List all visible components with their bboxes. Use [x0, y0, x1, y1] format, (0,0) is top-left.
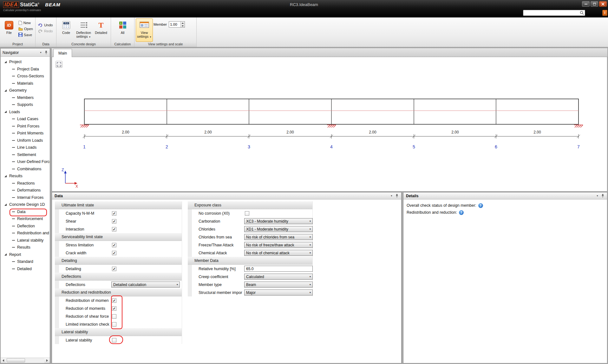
no-corrosion-checkbox[interactable] — [245, 211, 249, 216]
nav-item-lateral-stability[interactable]: Lateral stability — [1, 237, 50, 244]
nav-item-combinations[interactable]: Combinations — [1, 166, 50, 173]
nav-item-internal-forces[interactable]: Internal Forces — [1, 194, 50, 201]
svg-text:2.00: 2.00 — [204, 130, 212, 134]
beam-outline — [84, 99, 579, 124]
help-icon[interactable]: ? — [478, 203, 483, 208]
nav-group-report[interactable]: Report — [1, 251, 50, 258]
capacity-nmm-checkbox[interactable]: ✓ — [112, 211, 116, 216]
nav-group-geometry[interactable]: Geometry — [1, 87, 50, 94]
caret-down-icon[interactable]: ▼ — [596, 195, 598, 197]
nav-item-standard[interactable]: Standard — [1, 258, 50, 265]
limited-interaction-check-checkbox[interactable] — [112, 322, 116, 327]
save-button[interactable]: Save — [17, 32, 34, 37]
nav-item-data[interactable]: Data — [1, 208, 50, 216]
member-scale-spinner[interactable] — [169, 21, 185, 28]
pin-icon[interactable] — [601, 194, 605, 198]
new-button[interactable]: New — [17, 20, 34, 25]
nav-item-point-forces[interactable]: Point Forces — [1, 123, 50, 130]
minimize-button[interactable] — [582, 1, 590, 7]
zoom-fit-button[interactable] — [56, 61, 62, 68]
file-button[interactable]: ID File — [1, 18, 17, 42]
reduction-of-moments-checkbox[interactable]: ✓ — [112, 306, 116, 311]
nav-item-results[interactable]: Results — [1, 244, 50, 251]
nav-group-loads[interactable]: Loads — [1, 108, 50, 116]
calculate-all-button[interactable]: All — [114, 18, 131, 42]
nav-item-project-data[interactable]: Project Data — [1, 66, 50, 73]
shear-checkbox[interactable]: ✓ — [112, 219, 116, 224]
help-icon[interactable]: ? — [459, 210, 464, 215]
navigator-horizontal-scrollbar[interactable] — [1, 358, 50, 363]
structural-member-importance-dropdown[interactable]: Major ▼ — [244, 289, 313, 296]
caret-down-icon: ▼ — [89, 36, 91, 38]
caret-down-icon[interactable]: ▼ — [390, 195, 393, 197]
chemical-attack-dropdown[interactable]: No risk of chemical attack ▼ — [244, 250, 313, 256]
relative-humidity-input[interactable] — [244, 266, 313, 272]
property-row: Carbonation XC3 - Moderate humidity ▼ — [188, 217, 312, 225]
undo-button[interactable]: Undo — [37, 22, 54, 28]
code-button[interactable]: 25.8 Code — [58, 18, 75, 42]
nav-item-redistribution[interactable]: Redistribution and r — [1, 230, 50, 237]
node-icon — [12, 140, 15, 141]
svg-text:2.00: 2.00 — [451, 130, 459, 134]
property-row: Crack width ✓ — [55, 249, 182, 257]
nav-group-project[interactable]: Project — [1, 58, 50, 66]
nav-item-supports[interactable]: Supports — [1, 101, 50, 108]
redo-button[interactable]: Redo — [37, 28, 54, 34]
nav-item-point-moments[interactable]: Point Moments — [1, 130, 50, 137]
nav-item-settlement[interactable]: Settlement — [1, 151, 50, 159]
tab-main[interactable]: Main — [53, 49, 72, 57]
freeze-thaw-attack-dropdown[interactable]: No risk of freeze/thaw attack ▼ — [244, 242, 313, 248]
nav-item-cross-sections[interactable]: Cross-Sections — [1, 73, 50, 80]
crack-width-checkbox[interactable]: ✓ — [112, 251, 116, 255]
stress-limitation-checkbox[interactable]: ✓ — [112, 243, 116, 247]
expander-icon — [4, 61, 7, 63]
scrollbar-track[interactable] — [6, 358, 44, 363]
feedback-button[interactable]: i — [602, 10, 607, 16]
search-input[interactable] — [523, 10, 580, 15]
view-settings-button[interactable]: Viewsettings ▼ — [136, 18, 153, 42]
interaction-checkbox[interactable]: ✓ — [112, 227, 116, 231]
creep-coefficient-dropdown[interactable]: Calculated ▼ — [244, 274, 313, 280]
nav-item-reactions[interactable]: Reactions — [1, 180, 50, 187]
scrollbar-thumb[interactable] — [7, 358, 25, 362]
section-detailing: Detailing — [55, 257, 182, 265]
open-button[interactable]: Open — [17, 26, 34, 31]
member-type-dropdown[interactable]: Beam ▼ — [244, 282, 313, 288]
svg-text:2.00: 2.00 — [533, 130, 541, 134]
nav-item-materials[interactable]: Materials — [1, 80, 50, 87]
nav-item-detailed[interactable]: Detailed — [1, 265, 50, 273]
detailed-button[interactable]: T Detailed — [93, 18, 109, 42]
reduction-of-shear-force-checkbox[interactable] — [112, 314, 116, 319]
pin-icon[interactable] — [395, 194, 399, 198]
search-box[interactable] — [523, 10, 585, 16]
chlorides-from-sea-dropdown[interactable]: No risk of chlorides from sea ▼ — [244, 234, 313, 240]
property-row: Chemical Attack No risk of chemical atta… — [188, 249, 312, 257]
nav-group-results[interactable]: Results — [1, 172, 50, 180]
redistribution-of-moments-checkbox[interactable]: ✓ — [112, 298, 116, 303]
scroll-right-button[interactable] — [44, 358, 50, 363]
spin-up-button[interactable] — [181, 22, 185, 24]
lateral-stability-checkbox[interactable] — [112, 338, 116, 342]
detailing-checkbox[interactable]: ✓ — [112, 267, 116, 271]
chlorides-dropdown[interactable]: XD1 - Moderate humidity ▼ — [244, 226, 313, 232]
nav-item-load-cases[interactable]: Load Cases — [1, 115, 50, 123]
deflections-dropdown[interactable]: Detailed calculation ▼ — [111, 282, 180, 288]
carbonation-dropdown[interactable]: XC3 - Moderate humidity ▼ — [244, 218, 313, 224]
nav-item-user-defined-forces[interactable]: User-Defined Forces — [1, 158, 50, 166]
nav-item-uniform-loads[interactable]: Uniform Loads — [1, 137, 50, 144]
nav-item-line-loads[interactable]: Line Loads — [1, 144, 50, 151]
close-button[interactable] — [599, 1, 607, 7]
nav-item-reinforcement[interactable]: Reinforcement — [1, 215, 50, 223]
nav-item-deflection[interactable]: Deflection — [1, 223, 50, 230]
member-scale-input[interactable] — [169, 22, 180, 27]
deflection-settings-button[interactable]: Deflectionsettings ▼ — [75, 18, 92, 42]
nav-group-concrete-design-1d[interactable]: Concrete Design 1D — [1, 201, 50, 208]
nav-item-members[interactable]: Members — [1, 94, 50, 101]
spin-down-button[interactable] — [181, 24, 185, 27]
scroll-left-button[interactable] — [1, 358, 6, 363]
pin-icon[interactable] — [44, 50, 48, 55]
beam-canvas[interactable]: 2.00 2.00 2.00 2.00 2.00 2.00 1 2 3 4 5 … — [52, 57, 607, 192]
nav-item-deformations[interactable]: Deformations — [1, 187, 50, 194]
caret-down-icon[interactable]: ▼ — [40, 51, 42, 54]
maximize-button[interactable] — [591, 1, 598, 7]
